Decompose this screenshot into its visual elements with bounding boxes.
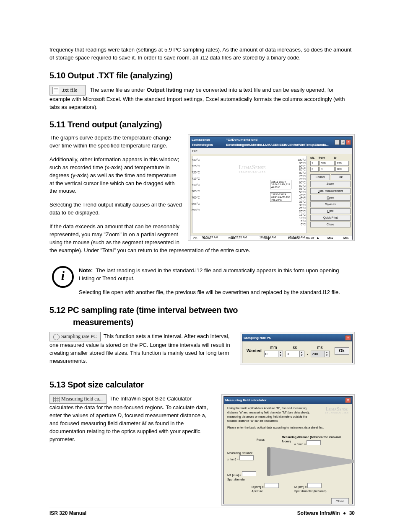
y-axis-right: 100°C95°C 90°C85°C 80°C75°C 70°C65°C 60°… bbox=[297, 158, 306, 225]
m1-input[interactable] bbox=[242, 471, 256, 476]
minimize-button[interactable]: _ bbox=[335, 139, 340, 145]
file-menu[interactable]: File bbox=[192, 149, 197, 153]
info-icon: i bbox=[52, 266, 74, 288]
x-axis-labels: 10:01:37 AM1/31/2013 10:02:35 AM1/31/201… bbox=[202, 235, 305, 241]
ch-1[interactable]: 1 bbox=[310, 161, 319, 166]
heading-5-10: 5.10 Output .TXT file (analyzing) bbox=[49, 70, 355, 82]
trend-chart[interactable]: LumaSense TECHNOLOGIES 730°C725°C 720°C7… bbox=[192, 156, 307, 233]
measuring-field-button[interactable]: Measuring field ca... bbox=[49, 394, 106, 404]
calc-intro: Using the basic optical data Aperture "D… bbox=[227, 406, 311, 424]
cancel-button[interactable]: Cancel bbox=[310, 174, 330, 180]
save-as-button[interactable]: Save as bbox=[310, 201, 351, 207]
from-1[interactable]: 690 bbox=[319, 161, 335, 166]
lumasense-watermark: LumaSenseTECHNOLOGIES bbox=[325, 406, 349, 414]
mm-input[interactable]: 0▲▼ bbox=[264, 351, 283, 357]
calc-diagram: Focus Measuring distance (between the le… bbox=[227, 437, 349, 496]
ch-2[interactable]: 2 bbox=[310, 167, 319, 172]
intro-paragraph: frequency that readings were taken (sett… bbox=[49, 46, 355, 62]
sampling-titlebar: Sampling rate PC × bbox=[242, 334, 352, 341]
close-button[interactable]: × bbox=[345, 335, 351, 341]
trend-titlebar: Lumasense Technologies "C:\Dokumente und… bbox=[190, 137, 352, 148]
calc-instruction: Please enter the basic optical data acco… bbox=[227, 426, 349, 430]
y-axis-left: 730°C725°C 720°C715°C 710°C705°C 700°C69… bbox=[192, 158, 200, 214]
heading-5-11: 5.11 Trend output (analyzing) bbox=[49, 119, 355, 131]
close-button[interactable]: × bbox=[345, 398, 351, 403]
heading-5-12b: measurements) bbox=[49, 316, 355, 328]
text-file-icon bbox=[52, 87, 59, 94]
close-calc-button[interactable]: Close bbox=[331, 498, 349, 505]
sampling-rate-button[interactable]: Sampling rate PC bbox=[49, 332, 101, 341]
calc-titlebar: Measuring field calculator × bbox=[224, 397, 352, 404]
footer-left: ISR 320 Manual bbox=[49, 510, 86, 517]
wanted-label: Wanted bbox=[247, 348, 262, 354]
page-number: 30 bbox=[349, 510, 355, 516]
note-label: Note: bbox=[79, 267, 93, 274]
close-panel-button[interactable]: Close bbox=[310, 222, 351, 227]
beam-shape bbox=[270, 447, 354, 476]
a-input[interactable] bbox=[306, 440, 321, 445]
open-button[interactable]: Open bbox=[310, 195, 351, 201]
trend-side-panel: ch. from to 1 690 730 2 0 100 bbox=[309, 154, 352, 235]
ok-button[interactable]: Ok bbox=[331, 174, 351, 180]
sampling-rate-screenshot: Sampling rate PC × Wanted mm 0▲▼ ss 0▲▼ … bbox=[240, 332, 355, 364]
ok-button[interactable]: Ok bbox=[335, 347, 349, 355]
trend-output-screenshot: Lumasense Technologies "C:\Dokumente und… bbox=[188, 134, 355, 241]
txt-file-button[interactable]: .txt file bbox=[49, 85, 86, 96]
page-footer: ISR 320 Manual Software InfraWin ● 30 bbox=[49, 508, 355, 517]
footer-right-title: Software InfraWin bbox=[297, 510, 340, 516]
note-block: i Note: The last reading is saved in the… bbox=[49, 267, 355, 297]
para-5-10: .txt file The same file as under Output … bbox=[49, 85, 355, 111]
d-input[interactable] bbox=[265, 483, 279, 488]
data-flag-2: 15930-1597410:04:31 AM,864706.20°C bbox=[270, 192, 291, 202]
close-button[interactable]: × bbox=[346, 139, 351, 145]
from-2[interactable]: 0 bbox=[319, 167, 335, 172]
grid-icon bbox=[53, 397, 60, 402]
txt-file-button-label: .txt file bbox=[62, 87, 78, 93]
print-button[interactable]: Print bbox=[310, 208, 351, 214]
bullet-icon: ● bbox=[341, 510, 348, 516]
total-measurement-button[interactable]: TTotal measurementotal measurement bbox=[310, 188, 351, 194]
to-2[interactable]: 100 bbox=[335, 167, 349, 172]
quick-print-button[interactable]: Quick Print bbox=[310, 215, 351, 221]
ms-input[interactable]: 200▲▼ bbox=[311, 351, 330, 357]
x-input[interactable] bbox=[239, 455, 254, 460]
note-para-2: Selecting file open with another file, t… bbox=[79, 289, 355, 297]
zoom-button[interactable]: Zoom bbox=[310, 181, 351, 187]
lens-icon bbox=[267, 447, 270, 476]
lumasense-watermark: LumaSense TECHNOLOGIES bbox=[239, 165, 266, 173]
heading-5-12: 5.12 PC sampling rate (time interval bet… bbox=[49, 304, 355, 316]
clock-icon bbox=[53, 334, 60, 340]
to-1[interactable]: 730 bbox=[335, 161, 349, 166]
heading-5-13: 5.13 Spot size calculator bbox=[49, 379, 355, 391]
data-flag-1: 15811-1597410:04:31 AM,31946.00°C bbox=[270, 180, 291, 189]
spot-size-calc-screenshot: Measuring field calculator × LumaSenseTE… bbox=[221, 394, 355, 506]
maximize-button[interactable]: □ bbox=[340, 139, 345, 145]
m-input[interactable] bbox=[307, 483, 322, 488]
ss-input[interactable]: 0▲▼ bbox=[286, 351, 304, 357]
